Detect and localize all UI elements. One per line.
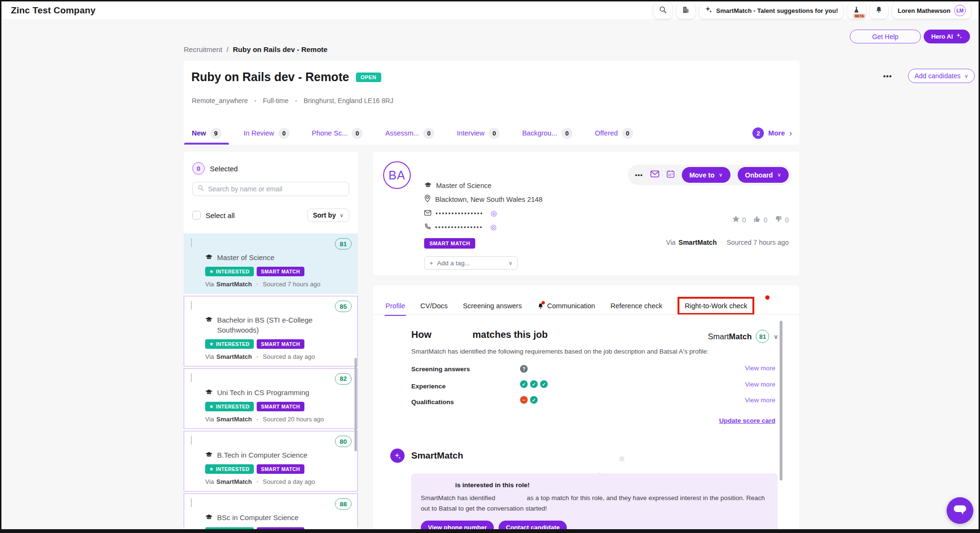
breadcrumb-separator: /	[227, 45, 229, 53]
candidate-card[interactable]: 82 Uni Tech in CS Programming ★INTERESTE…	[184, 368, 358, 429]
calendar-icon[interactable]	[667, 170, 675, 180]
match-score-badge: 82	[335, 373, 352, 385]
stage-count-badge: 0	[352, 128, 363, 139]
smartmatch-button-label: SmartMatch - Talent suggestions for you!	[716, 7, 838, 14]
star-icon	[732, 215, 740, 224]
search-icon	[198, 185, 204, 193]
stage-count-badge: 9	[210, 128, 221, 139]
plus-icon: +	[429, 260, 433, 267]
candidate-checkbox[interactable]	[191, 436, 192, 445]
interested-line: is interested in this role!	[455, 481, 530, 489]
candidate-card[interactable]: 81 Master of Science ★INTERESTED SMART M…	[184, 233, 358, 294]
view-more-link[interactable]: View more	[745, 381, 775, 388]
stage-tab-in-review[interactable]: In Review 0	[244, 122, 290, 145]
candidate-degree: BSc in Computer Science	[217, 513, 299, 523]
select-all-checkbox[interactable]	[192, 211, 201, 219]
stage-count-badge: 0	[489, 128, 500, 139]
candidate-card[interactable]: 88 BSc in Computer Science ★INTERESTED S…	[184, 493, 358, 529]
add-tag-dropdown[interactable]: + Add a tag... ∨	[424, 256, 518, 270]
candidate-checkbox[interactable]	[191, 301, 192, 310]
stage-tab-interview[interactable]: Interview 0	[457, 122, 500, 145]
select-all-row: Select all Sort by ∨	[192, 209, 349, 222]
candidate-checkbox[interactable]	[191, 238, 192, 247]
tab-screening-answers[interactable]: Screening answers	[463, 302, 521, 310]
interested-badge: ★INTERESTED	[205, 464, 254, 474]
user-menu-button[interactable]: Loren Mathewson LM	[892, 3, 971, 19]
graduation-cap-icon	[205, 388, 213, 397]
contact-candidate-button[interactable]: Contact candidate	[499, 521, 567, 529]
star-icon: ★	[209, 269, 213, 274]
selected-summary: 0 Selected	[192, 162, 349, 175]
add-candidates-button[interactable]: Add candidates ∨	[908, 69, 975, 83]
update-score-card-link[interactable]: Update score card	[719, 417, 775, 424]
candidate-card[interactable]: 85 Bachelor in BS (STI e-College Southwo…	[184, 296, 358, 366]
labs-button[interactable]: BETA	[847, 3, 865, 19]
more-options-button[interactable]: •••	[635, 171, 643, 178]
candidate-checkbox[interactable]	[191, 498, 192, 507]
global-search-button[interactable]	[654, 3, 672, 19]
move-to-button[interactable]: Move to ∨	[682, 167, 730, 183]
stage-count-badge: 0	[562, 128, 573, 139]
favourite-rating[interactable]: 0	[732, 215, 746, 224]
stage-tab-assessment[interactable]: Assessm... 0	[385, 122, 434, 145]
candidate-degree: Bachelor in BS (STI e-College Southwoods…	[217, 315, 332, 335]
chevron-down-icon: ∨	[777, 172, 781, 178]
notifications-button[interactable]	[870, 3, 888, 19]
candidate-source: ViaSmartMatch●Sourced a day ago	[205, 353, 351, 360]
send-email-icon[interactable]	[650, 170, 659, 179]
tab-reference-check[interactable]: Reference check	[610, 302, 662, 310]
reveal-phone-icon[interactable]: ◎	[490, 223, 497, 231]
search-input[interactable]	[208, 185, 344, 193]
bell-icon	[875, 6, 883, 16]
smartmatch-section-header: SmartMatch	[390, 449, 463, 463]
more-stages-button[interactable]: 2 More ›	[752, 127, 792, 139]
separator-dot: •	[255, 98, 257, 104]
candidate-source: ViaSmartMatch●Sourced a day ago	[205, 478, 351, 485]
sparkle-icon	[705, 6, 712, 15]
sort-by-button[interactable]: Sort by ∨	[307, 209, 349, 222]
hero-ai-button[interactable]: Hero AI	[924, 30, 970, 43]
chat-widget-button[interactable]	[947, 497, 973, 524]
hero-ai-label: Hero AI	[931, 33, 953, 40]
notification-dot	[542, 301, 545, 304]
check-icon: ✓	[520, 380, 528, 388]
tab-right-to-work-check[interactable]: Right-to-Work check	[678, 297, 754, 315]
match-row-label: Qualifications	[411, 398, 454, 406]
reveal-email-icon[interactable]: ◎	[491, 209, 497, 218]
thumbs-down-rating[interactable]: 0	[774, 215, 789, 224]
question-icon: ?	[520, 365, 528, 373]
tab-cv-docs[interactable]: CV/Docs	[420, 302, 448, 310]
breadcrumb-section[interactable]: Recruitment	[184, 45, 222, 53]
company-switcher-button[interactable]	[677, 3, 695, 19]
view-more-link[interactable]: View more	[745, 397, 775, 404]
thumbs-up-icon	[753, 215, 761, 224]
detail-scrollbar[interactable]	[780, 321, 782, 481]
stage-tab-new[interactable]: New 9	[192, 122, 221, 145]
user-name: Loren Mathewson	[897, 7, 950, 14]
onboard-button[interactable]: Onboard ∨	[738, 167, 789, 183]
chevron-down-icon: ∨	[964, 73, 968, 79]
thumbs-up-rating[interactable]: 0	[753, 215, 767, 224]
view-phone-number-button[interactable]: View phone number	[421, 521, 494, 529]
stage-tab-offered[interactable]: Offered 0	[595, 122, 633, 145]
candidate-search[interactable]	[192, 182, 349, 196]
candidate-checkbox[interactable]	[191, 373, 192, 382]
job-more-options-button[interactable]: •••	[883, 72, 892, 80]
tab-communication[interactable]: Communication	[537, 302, 595, 310]
smart-match-badge: SMART MATCH	[257, 339, 304, 349]
tab-profile[interactable]: Profile	[386, 302, 405, 310]
pipeline-stage-tabs: New 9 In Review 0 Phone Sc... 0 Assessm.…	[192, 122, 792, 145]
stage-tab-background[interactable]: Backgrou... 0	[522, 122, 572, 145]
list-scrollbar[interactable]	[354, 358, 357, 451]
stage-tab-phone-screen[interactable]: Phone Sc... 0	[312, 122, 363, 145]
smartmatch-score-toggle[interactable]: SmartMatch 81 ∨	[708, 330, 778, 343]
view-more-link[interactable]: View more	[745, 365, 775, 372]
candidate-source: ViaSmartMatch●Sourced 7 hours ago	[205, 281, 351, 288]
get-help-button[interactable]: Get Help	[850, 30, 921, 43]
candidate-degree: Master of Science	[436, 182, 491, 189]
candidate-detail-card: Profile CV/Docs Screening answers Commun…	[373, 285, 799, 529]
smartmatch-suggestions-button[interactable]: SmartMatch - Talent suggestions for you!	[699, 3, 843, 19]
candidate-card[interactable]: 80 B.Tech in Computer Science ★INTERESTE…	[184, 431, 358, 491]
star-icon: ★	[209, 404, 213, 409]
candidate-source: ViaSmartMatch●Sourced 20 hours ago	[205, 416, 351, 423]
